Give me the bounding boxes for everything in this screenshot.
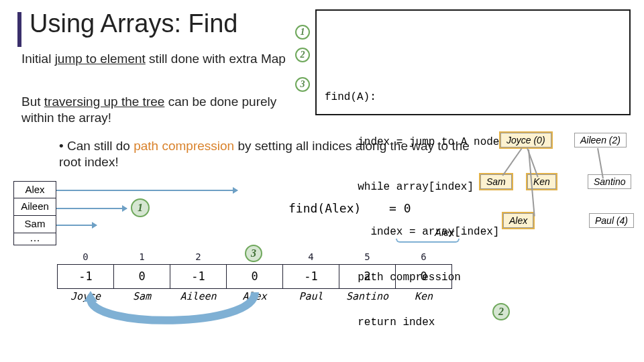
arrow-alex <box>56 190 237 191</box>
text-underline: traversing up the tree <box>44 95 165 109</box>
step-badge-2: 2 <box>295 48 310 62</box>
lookup-step-badge: 1 <box>131 198 150 217</box>
svg-marker-0 <box>84 291 97 302</box>
array-step-badge-2: 2 <box>492 303 510 320</box>
array-index: 6 <box>396 249 452 264</box>
array-index: 1 <box>114 249 170 264</box>
array-index: 5 <box>339 249 396 264</box>
array-cell: -1 <box>58 264 114 288</box>
array-step-badge-3: 3 <box>245 245 262 262</box>
array-index: 4 <box>283 249 339 264</box>
tree-node-santino: Santino <box>588 174 631 189</box>
array-cell: 2 <box>339 264 396 288</box>
text: • Can still do <box>59 139 133 153</box>
array-cell: 0 <box>114 264 170 288</box>
array-value-row: -1 0 -1 0 -1 2 0 <box>58 264 452 288</box>
tree-node-sam: Sam <box>480 174 512 189</box>
paragraph-1: Initial jump to element still done with … <box>21 51 310 67</box>
array-index: 0 <box>58 249 114 264</box>
pseudocode-box: 1 2 3 find(A): index = jump to A node's … <box>315 9 631 115</box>
arrow-sam <box>56 225 97 226</box>
text: But <box>21 95 44 109</box>
page-title: Using Arrays: Find <box>30 9 237 38</box>
tree-node-paul: Paul (4) <box>589 213 634 228</box>
array-cell: 0 <box>396 264 452 288</box>
find-call-text: find(Alex) <box>288 201 361 215</box>
alex-pointer-label: Alex <box>435 227 454 238</box>
path-compression-arrow <box>57 288 460 342</box>
map-item-ellipsis: … <box>13 233 56 245</box>
text: still done with extra Map <box>146 52 286 66</box>
map-item: Alex <box>13 181 56 198</box>
array-cell: 0 <box>227 264 283 288</box>
tree-node-joyce: Joyce (0) <box>500 133 551 147</box>
arrow-aileen <box>56 208 127 209</box>
paragraph-2: But traversing up the tree can be done p… <box>21 94 310 126</box>
alex-bracket <box>396 239 460 243</box>
text-highlight: path compression <box>133 139 234 153</box>
find-result: = 0 <box>389 201 411 215</box>
text-underline: jump to element <box>55 52 146 66</box>
map-item: Sam <box>13 216 56 233</box>
map-column: Alex Aileen Sam … <box>13 181 56 245</box>
tree-node-aileen: Aileen (2) <box>574 133 627 147</box>
array-index: 2 <box>170 249 227 264</box>
array-cell: -1 <box>283 264 339 288</box>
text: Initial <box>21 52 55 66</box>
step-badge-3: 3 <box>295 77 310 92</box>
code-line: find(A): <box>325 90 623 105</box>
tree-edge <box>502 147 523 176</box>
array-cell: -1 <box>170 264 227 288</box>
step-badge-1: 1 <box>295 25 310 40</box>
accent-bar <box>17 12 21 47</box>
map-item: Aileen <box>13 198 56 216</box>
tree-node-alex: Alex <box>503 213 533 228</box>
tree-diagram: Joyce (0) Aileen (2) Sam Ken Alex Santin… <box>474 127 635 261</box>
